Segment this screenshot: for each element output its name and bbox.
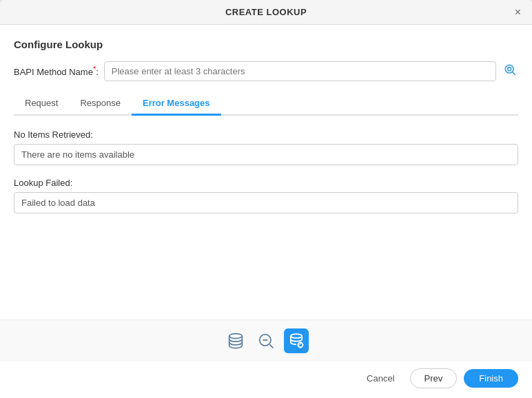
zoom-out-icon-button[interactable] <box>254 328 278 353</box>
create-lookup-dialog: CREATE LOOKUP × Configure Lookup BAPI Me… <box>0 0 532 398</box>
db-settings-icon-button[interactable] <box>284 328 309 353</box>
search-icon-button[interactable] <box>502 61 518 81</box>
database-icon <box>226 331 245 350</box>
bapi-input[interactable] <box>104 61 496 81</box>
tab-bar: Request Response Error Messages <box>14 92 518 116</box>
section-title: Configure Lookup <box>14 39 518 50</box>
footer-icons <box>0 320 532 362</box>
svg-point-4 <box>229 334 243 339</box>
no-items-input[interactable] <box>14 144 518 165</box>
bapi-field-row: BAPI Method Name*: <box>14 61 518 81</box>
zoom-out-icon <box>256 331 276 350</box>
lookup-failed-input[interactable] <box>14 192 518 213</box>
dialog-body: Configure Lookup BAPI Method Name*: Requ… <box>0 25 532 320</box>
search-icon <box>503 63 517 76</box>
svg-point-8 <box>291 334 302 338</box>
db-settings-icon <box>287 331 306 350</box>
dialog-title: CREATE LOOKUP <box>225 7 307 17</box>
footer-actions: Cancel Prev Finish <box>0 362 532 398</box>
required-star: * <box>93 65 96 73</box>
error-messages-content: No Items Retrieved: Lookup Failed: <box>14 129 518 213</box>
svg-line-1 <box>513 72 515 75</box>
close-button[interactable]: × <box>512 6 524 19</box>
tab-request[interactable]: Request <box>14 92 69 116</box>
cancel-button[interactable]: Cancel <box>358 369 402 388</box>
bapi-label: BAPI Method Name*: <box>14 65 99 77</box>
dialog-header: CREATE LOOKUP × <box>0 0 532 25</box>
lookup-failed-group: Lookup Failed: <box>14 178 518 213</box>
no-items-label: No Items Retrieved: <box>14 129 518 140</box>
lookup-failed-label: Lookup Failed: <box>14 178 518 188</box>
svg-point-0 <box>505 65 513 73</box>
tab-response[interactable]: Response <box>69 92 132 116</box>
tab-error-messages[interactable]: Error Messages <box>132 92 221 116</box>
svg-point-3 <box>508 67 509 69</box>
svg-line-6 <box>269 344 273 348</box>
finish-button[interactable]: Finish <box>464 369 518 388</box>
prev-button[interactable]: Prev <box>410 368 458 388</box>
database-icon-button[interactable] <box>223 328 248 353</box>
no-items-group: No Items Retrieved: <box>14 129 518 165</box>
